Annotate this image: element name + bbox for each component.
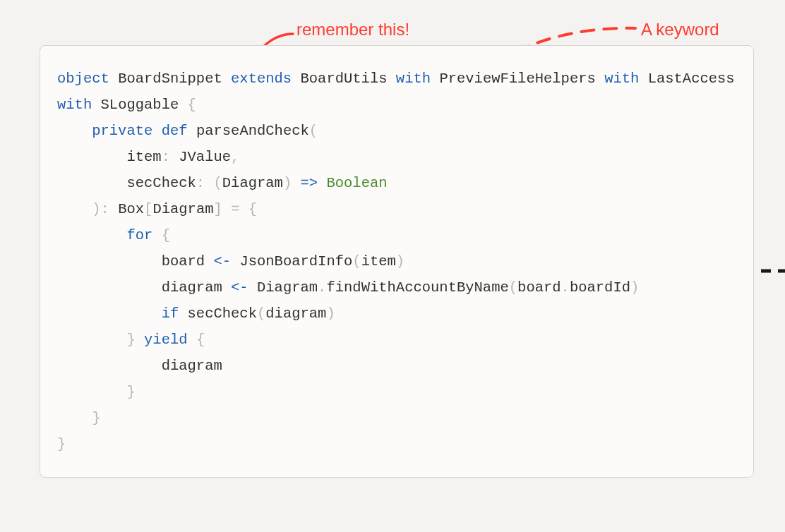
code-token-kw: with (57, 97, 92, 113)
code-token-arrow: <- (231, 279, 248, 296)
code-token-kw: with (396, 71, 431, 87)
code-token-punc: : (162, 149, 170, 165)
code-token-ident: parseAndCheck (196, 123, 309, 139)
code-token-ident: item (361, 253, 396, 270)
code-token-kw: object (57, 71, 109, 87)
code-token-punc: : (196, 175, 205, 191)
code-token-punc: } (126, 384, 135, 400)
code-token-ident: secCheck (188, 306, 257, 322)
code-token-punc: } (92, 410, 100, 426)
code-token-punc: { (196, 332, 205, 348)
code-card: object BoardSnippet extends BoardUtils w… (40, 45, 754, 478)
code-token-punc: = (231, 201, 239, 217)
code-token-punc: . (318, 279, 326, 296)
code-block: object BoardSnippet extends BoardUtils w… (57, 66, 736, 457)
code-token-kw: if (162, 306, 179, 322)
code-token-ident: JsonBoardInfo (239, 253, 352, 270)
code-token-ident: BoardUtils (301, 71, 388, 87)
code-token-punc: : (101, 201, 109, 217)
code-token-ident: Diagram (152, 201, 213, 217)
code-token-punc: ( (352, 253, 361, 270)
code-token-ident: Box (118, 201, 144, 217)
code-token-ident: findWithAccountByName (326, 279, 508, 296)
annotation-keyword: A keyword (641, 20, 719, 40)
code-token-punc: ) (630, 279, 639, 296)
code-token-punc: ( (309, 123, 318, 139)
code-token-ident: diagram (162, 279, 222, 296)
code-token-kw: yield (144, 332, 188, 348)
code-token-punc: ( (257, 306, 265, 322)
code-token-punc: . (561, 279, 570, 296)
code-token-punc: ) (326, 306, 335, 322)
code-token-punc: } (57, 436, 66, 452)
code-token-ident: PreviewFileHelpers (439, 71, 595, 87)
code-token-kw: for (126, 227, 152, 243)
code-token-type: Boolean (326, 175, 387, 191)
code-token-punc: ) (283, 175, 292, 191)
code-token-punc: ( (213, 175, 222, 191)
code-token-ident: Diagram (222, 175, 283, 191)
code-token-punc: , (231, 149, 239, 165)
code-token-kw: extends (231, 71, 292, 87)
code-token-ident: board (517, 279, 561, 296)
code-token-punc: { (188, 97, 196, 113)
code-token-punc: [ (144, 201, 152, 217)
slide: remember this! A keyword object BoardSni… (0, 0, 785, 532)
code-token-punc: ) (92, 201, 100, 217)
code-token-ident: diagram (265, 306, 326, 322)
code-token-ident: JValue (179, 149, 231, 165)
code-token-ident: BoardSnippet (118, 71, 222, 87)
code-token-ident: board (162, 253, 205, 270)
code-token-arrow: <- (213, 253, 231, 270)
code-token-ident: LastAccess (648, 71, 735, 87)
code-token-punc: { (248, 201, 257, 217)
code-token-ident: item (126, 149, 161, 165)
code-token-punc: { (162, 227, 170, 243)
annotation-remember: remember this! (296, 20, 409, 40)
code-token-kw: with (604, 71, 639, 87)
code-token-ident: diagram (162, 358, 222, 374)
code-token-def: def (162, 123, 188, 139)
code-token-arrow: => (301, 175, 318, 191)
code-token-ident: Diagram (257, 279, 318, 296)
code-token-punc: ) (396, 253, 405, 270)
code-token-punc: } (126, 332, 135, 348)
code-token-kw: private (92, 123, 152, 139)
code-token-ident: boardId (570, 279, 630, 296)
code-token-punc: ( (509, 279, 517, 296)
code-token-ident: SLoggable (101, 97, 179, 113)
code-token-punc: ] (214, 201, 222, 217)
code-token-ident: secCheck (126, 175, 196, 191)
